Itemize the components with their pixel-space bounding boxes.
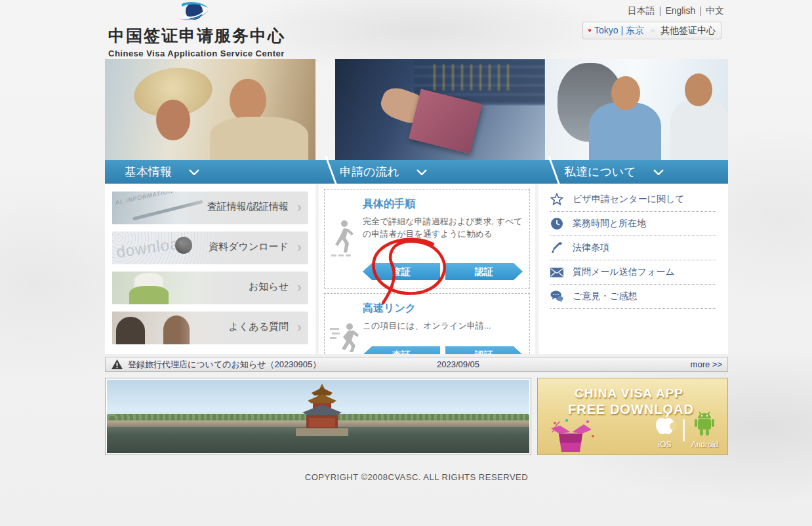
detailed-procedure-card: 具体的手順 完全で詳細な申請過程および要求, すべての申請者が目を通すように勧め… (324, 189, 530, 289)
tab-divider (325, 156, 338, 188)
corner-tower-graphic (296, 384, 348, 436)
more-link[interactable]: more >> (691, 359, 722, 369)
basic-info-panel: AL INFORMATION 査証情報/認証情報 › download 資料ダウ… (105, 184, 315, 354)
chevron-right-icon: › (297, 239, 302, 254)
chevron-down-icon (189, 169, 199, 175)
menu-item-faq[interactable]: よくある質問 › (112, 312, 308, 344)
about-us-panel: ビザ申請センターに関して 業務時間と所在地 法律条項 質問メール送信フォーム ご… (538, 184, 728, 354)
chevron-right-icon: › (297, 279, 302, 294)
link-legal-terms[interactable]: 法律条項 (550, 236, 716, 260)
current-city-button[interactable]: Tokyo | 东京 (594, 25, 644, 37)
tower-reflection (296, 447, 348, 453)
link-about-visa-center[interactable]: ビザ申請センターに関して (550, 188, 716, 212)
android-robot-icon[interactable] (693, 411, 716, 437)
hero-photo-passport (335, 59, 545, 160)
quick-links-description: この項目には、オンライン申請... (363, 319, 525, 332)
language-switcher: 日本語|English|中文 (624, 5, 728, 17)
lang-japanese[interactable]: 日本語 (628, 5, 655, 16)
lang-chinese[interactable]: 中文 (706, 5, 724, 16)
legalization-button[interactable]: 認証 (445, 263, 523, 280)
quick-links-title[interactable]: 高速リンク (363, 302, 523, 315)
copyright-text: COPYRIGHT ©2008CVASC. ALL RIGHTS RESERVE… (105, 472, 728, 482)
ios-label: iOS (654, 440, 676, 449)
hero-photo-business-team (546, 59, 728, 160)
site-logo[interactable]: 中国签证申请服务中心 Chinese Visa Application Serv… (108, 1, 279, 58)
hero-photo-travelers (105, 59, 315, 160)
chevron-right-icon: › (297, 199, 302, 214)
tab-application-process[interactable]: 申請の流れ (340, 160, 427, 184)
app-download-banner[interactable]: CHINA VISA APP FREE DOWNLOAD (537, 378, 728, 455)
visa-button[interactable]: 査証 (363, 263, 440, 280)
detailed-procedure-title[interactable]: 具体的手順 (363, 197, 523, 211)
location-bar: Tokyo | 东京 其他签证中心 (582, 22, 721, 39)
speech-bubbles-icon (550, 291, 563, 302)
walking-person-icon (330, 220, 356, 258)
lang-separator: | (659, 5, 662, 16)
chevron-right-icon: › (297, 319, 302, 334)
warning-triangle-icon (112, 359, 123, 369)
link-feedback[interactable]: ご意見・ご感想 (550, 285, 716, 309)
envelope-icon (550, 268, 563, 277)
link-business-hours-location[interactable]: 業務時間と所在地 (550, 212, 716, 236)
chevron-down-icon (653, 169, 664, 175)
android-label: Android (691, 440, 718, 449)
detailed-procedure-description: 完全で詳細な申請過程および要求, すべての申請者が目を通すように勧める (363, 215, 525, 240)
application-process-panel: 具体的手順 完全で詳細な申請過程および要求, すべての申請者が目を通すように勧め… (319, 184, 535, 354)
link-question-email-form[interactable]: 質問メール送信フォーム (550, 260, 716, 285)
refresh-arrows-icon (651, 26, 655, 35)
page: 中国签证申请服务中心 Chinese Visa Application Serv… (0, 0, 812, 526)
visa-button[interactable]: 査証 (363, 346, 440, 354)
tab-basic-info[interactable]: 基本情報 (125, 160, 199, 184)
chevron-down-icon (416, 169, 427, 175)
gift-box-icon (550, 419, 596, 453)
news-thumbnail (112, 272, 233, 304)
other-centers-link[interactable]: 其他签证中心 (660, 25, 716, 37)
faq-thumbnail (112, 312, 233, 344)
legalization-button[interactable]: 認証 (445, 346, 523, 354)
notice-bar: 登録旅行代理店についてのお知らせ（20230905） 2023/09/05 mo… (105, 357, 728, 372)
menu-item-visa-info[interactable]: AL INFORMATION 査証情報/認証情報 › (112, 192, 308, 224)
main-nav-bar: 基本情報 申請の流れ 私達について (105, 160, 728, 184)
main-content: 基本情報 申請の流れ 私達について AL INFORMATION (105, 59, 728, 482)
tab-divider (548, 156, 561, 188)
hero-banner: 基本情報 申請の流れ 私達について (105, 59, 728, 184)
tab-about-us[interactable]: 私達について (564, 160, 664, 184)
store-divider (683, 419, 685, 441)
star-icon (550, 193, 563, 206)
location-pin-icon (588, 25, 591, 36)
forbidden-city-banner (105, 378, 531, 455)
pen-icon (550, 241, 563, 254)
notice-link[interactable]: 登録旅行代理店についてのお知らせ（20230905） (128, 359, 321, 371)
app-banner-line1: CHINA VISA APP (575, 386, 683, 401)
logo-title-english: Chinese Visa Application Service Center (108, 49, 279, 58)
running-person-icon (330, 323, 360, 353)
logo-title-chinese: 中国签证申请服务中心 (108, 25, 279, 47)
quick-links-card: 高速リンク この項目には、オンライン申請... 査証 認証 (324, 293, 530, 354)
menu-item-news[interactable]: お知らせ › (112, 272, 308, 304)
lang-english[interactable]: English (665, 5, 695, 16)
globe-swirl-icon (174, 1, 213, 24)
apple-ios-icon[interactable] (654, 412, 676, 437)
notice-date: 2023/09/05 (437, 359, 479, 369)
clock-icon (550, 217, 563, 230)
menu-item-downloads[interactable]: download 資料ダウンロード › (112, 232, 308, 264)
lang-separator: | (699, 5, 702, 16)
